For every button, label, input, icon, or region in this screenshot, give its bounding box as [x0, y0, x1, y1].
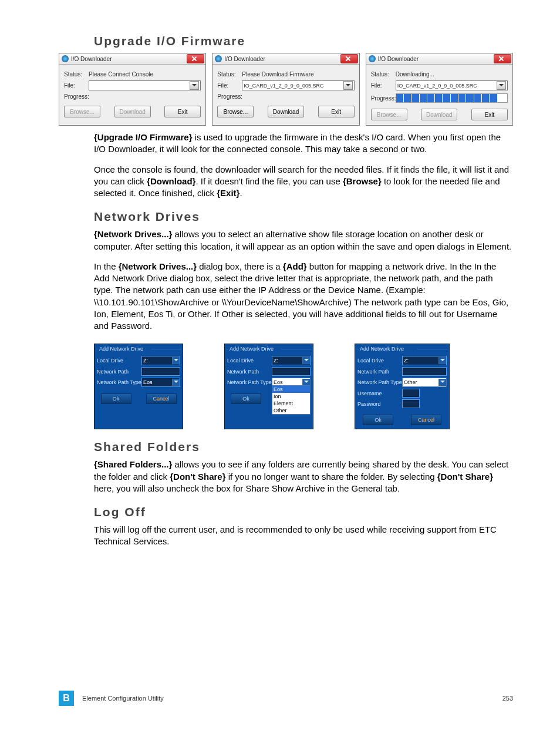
- close-icon[interactable]: [187, 54, 204, 63]
- exit-button[interactable]: Exit: [164, 106, 201, 117]
- dialog-title: Add Network Drive: [355, 344, 449, 353]
- exit-button[interactable]: Exit: [318, 106, 355, 117]
- add-network-drive-screenshots: Add Network Drive Local DriveZ: Network …: [94, 344, 513, 429]
- dropdown-option[interactable]: Ion: [272, 393, 310, 400]
- local-drive-select[interactable]: Z:: [402, 356, 447, 365]
- network-path-input[interactable]: [141, 367, 180, 376]
- dialog-title: Add Network Drive: [225, 344, 313, 353]
- app-icon: [62, 55, 69, 62]
- network-path-input[interactable]: [402, 367, 447, 376]
- username-input[interactable]: [402, 389, 420, 398]
- add-network-drive-dialog-1: Add Network Drive Local DriveZ: Network …: [94, 344, 183, 429]
- app-icon: [215, 55, 222, 62]
- footer-text: Element Configuration Utility: [82, 695, 164, 702]
- para-upgrade-1: {Upgrade I/O Firmware} is used to upgrad…: [94, 132, 513, 156]
- chevron-down-icon[interactable]: [172, 379, 180, 386]
- chevron-down-icon[interactable]: [438, 379, 446, 386]
- label-status: Status:: [217, 71, 242, 78]
- label-local-drive: Local Drive: [227, 358, 272, 364]
- para-shared: {Shared Folders...} allows you to see if…: [94, 459, 513, 494]
- ok-button[interactable]: Ok: [101, 393, 131, 404]
- page-footer: B Element Configuration Utility 253: [59, 691, 513, 706]
- label-progress: Progress:: [217, 93, 242, 100]
- cancel-button[interactable]: Cancel: [146, 393, 177, 404]
- cancel-button[interactable]: Cancel: [411, 415, 441, 425]
- label-local-drive: Local Drive: [97, 358, 141, 364]
- window-title: I/O Downloader: [71, 56, 187, 62]
- heading-network-drives: Network Drives: [94, 210, 513, 224]
- io-downloader-screenshots: I/O Downloader Status:Please Connect Con…: [59, 53, 513, 126]
- progress-bar: [396, 93, 508, 103]
- heading-upgrade-io-firmware: Upgrade I/O Firmware: [94, 34, 513, 48]
- heading-shared-folders: Shared Folders: [94, 440, 513, 454]
- local-drive-select[interactable]: Z:: [141, 356, 180, 365]
- label-username: Username: [357, 391, 402, 396]
- status-value: Please Connect Console: [89, 71, 201, 78]
- window-title: I/O Downloader: [378, 56, 494, 62]
- io-downloader-window-1: I/O Downloader Status:Please Connect Con…: [59, 53, 206, 126]
- ok-button[interactable]: Ok: [231, 393, 261, 404]
- ok-button[interactable]: Ok: [363, 415, 393, 425]
- browse-button: Browse...: [371, 109, 407, 120]
- label-file: File:: [64, 82, 89, 89]
- dropdown-option[interactable]: Element: [272, 400, 310, 407]
- chevron-down-icon[interactable]: [172, 357, 180, 364]
- download-button[interactable]: Download: [268, 106, 304, 117]
- app-icon: [369, 55, 376, 62]
- add-network-drive-dialog-2: Add Network Drive Local DriveZ: Network …: [224, 344, 313, 429]
- window-title: I/O Downloader: [224, 56, 340, 62]
- add-network-drive-dialog-3: Add Network Drive Local DriveZ: Network …: [355, 344, 450, 429]
- label-file: File:: [371, 82, 396, 89]
- dropdown-option[interactable]: Other: [272, 407, 310, 414]
- label-network-path: Network Path: [357, 369, 402, 375]
- network-path-type-select[interactable]: Other: [402, 378, 447, 387]
- label-file: File:: [217, 82, 242, 89]
- dropdown-option[interactable]: Eos: [272, 386, 310, 393]
- label-network-path: Network Path: [97, 369, 141, 375]
- para-upgrade-2: Once the console is found, the downloade…: [94, 164, 513, 200]
- exit-button[interactable]: Exit: [471, 109, 508, 120]
- download-button: Download: [114, 106, 151, 117]
- local-drive-select[interactable]: Z:: [272, 356, 311, 365]
- label-network-path-type: Network Path Type: [357, 379, 402, 385]
- file-dropdown[interactable]: [89, 80, 201, 90]
- label-network-path-type: Network Path Type: [227, 379, 272, 385]
- label-network-path: Network Path: [227, 369, 272, 375]
- network-path-type-dropdown-list[interactable]: Eos Ion Element Other: [272, 385, 311, 415]
- chevron-down-icon[interactable]: [438, 357, 446, 364]
- label-status: Status:: [64, 71, 89, 78]
- page-number: 253: [502, 695, 513, 702]
- para-network-1: {Network Drives...} allows you to select…: [94, 228, 513, 253]
- label-progress: Progress:: [64, 93, 89, 100]
- network-path-type-select[interactable]: Eos: [141, 378, 180, 387]
- dialog-title: Add Network Drive: [95, 344, 183, 353]
- chevron-down-icon[interactable]: [497, 81, 506, 90]
- chevron-down-icon[interactable]: [190, 81, 199, 90]
- network-path-input[interactable]: [272, 367, 311, 376]
- password-input[interactable]: [402, 399, 420, 408]
- download-button: Download: [421, 109, 457, 120]
- file-dropdown[interactable]: IO_CARD_v1_2_0_9_0_005.SRC: [396, 80, 508, 90]
- io-downloader-window-3: I/O Downloader Status:Downloading... Fil…: [366, 53, 513, 126]
- file-dropdown[interactable]: IO_CARD_v1_2_0_9_0_005.SRC: [242, 80, 354, 90]
- heading-log-off: Log Off: [94, 505, 513, 519]
- browse-button[interactable]: Browse...: [217, 106, 254, 117]
- label-local-drive: Local Drive: [357, 358, 402, 364]
- label-password: Password: [357, 401, 402, 407]
- io-downloader-window-2: I/O Downloader Status:Please Download Fi…: [212, 53, 359, 126]
- label-progress: Progress:: [371, 95, 396, 102]
- chevron-down-icon[interactable]: [302, 357, 310, 364]
- chevron-down-icon[interactable]: [343, 81, 353, 90]
- close-icon[interactable]: [340, 54, 358, 63]
- status-value: Downloading...: [396, 71, 508, 78]
- close-icon[interactable]: [494, 54, 511, 63]
- appendix-badge: B: [59, 691, 74, 706]
- para-logoff: This will log off the current user, and …: [94, 524, 513, 548]
- label-status: Status:: [371, 71, 396, 78]
- label-network-path-type: Network Path Type: [97, 379, 141, 385]
- status-value: Please Download Firmware: [242, 71, 354, 78]
- browse-button: Browse...: [64, 106, 100, 117]
- para-network-2: In the {Network Drives...} dialog box, t…: [94, 261, 513, 332]
